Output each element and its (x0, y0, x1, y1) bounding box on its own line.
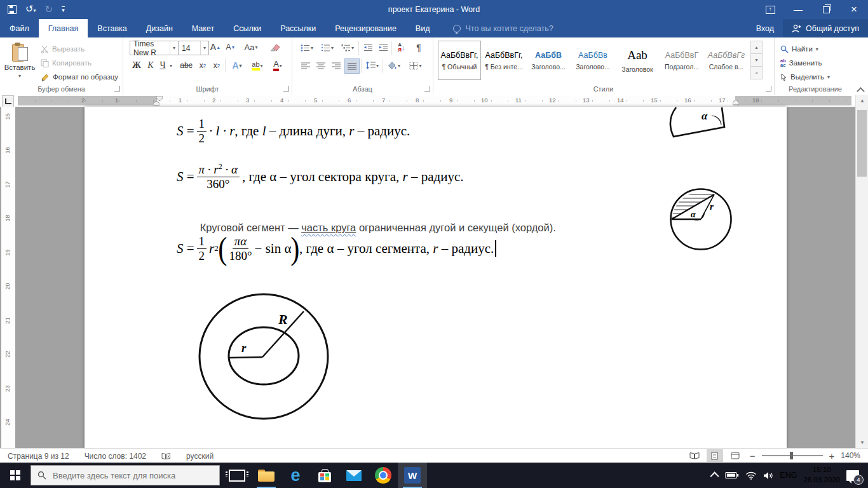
volume-icon[interactable] (763, 471, 773, 480)
styles-scroll-down[interactable]: ▼ (750, 53, 763, 67)
decrease-indent-button[interactable] (361, 41, 375, 55)
minimize-button[interactable]: — (784, 0, 812, 19)
zoom-level[interactable]: 140% (841, 451, 865, 460)
subscript-button[interactable]: x2 (196, 58, 210, 72)
tab-file[interactable]: Файл (0, 19, 39, 37)
select-button[interactable]: Выделить▾ (780, 71, 830, 83)
tab-references[interactable]: Ссылки (224, 19, 271, 37)
wifi-icon[interactable] (745, 471, 757, 480)
document-page[interactable]: S = 12 · l · r , где l – длина дуги, r –… (85, 107, 787, 448)
start-button[interactable] (0, 463, 31, 488)
cut-button[interactable]: Вырезать (41, 43, 85, 55)
justify-button[interactable] (344, 58, 360, 74)
styles-dialog-launcher[interactable] (766, 86, 771, 92)
first-line-indent-marker[interactable] (156, 96, 163, 101)
strikethrough-button[interactable]: abc (178, 58, 194, 72)
zoom-in-button[interactable]: + (827, 451, 837, 461)
battery-icon[interactable] (725, 471, 739, 479)
zoom-slider-thumb[interactable] (790, 452, 793, 459)
shrink-font-button[interactable]: А▼ (224, 40, 238, 54)
task-view-button[interactable] (222, 463, 252, 488)
tab-layout[interactable]: Макет (182, 19, 224, 37)
ribbon-display-options-button[interactable]: ↑ (756, 0, 784, 19)
edge-button[interactable]: e (281, 463, 310, 488)
line-spacing-button[interactable]: ▾ (363, 58, 381, 72)
tab-design[interactable]: Дизайн (137, 19, 182, 37)
style-no-spacing[interactable]: АаБбВвГг, ¶ Без инте... (482, 41, 526, 80)
style-heading2[interactable]: АаБбВв Заголово... (571, 41, 614, 80)
tab-insert[interactable]: Вставка (88, 19, 136, 37)
close-button[interactable]: × (840, 0, 868, 19)
keyboard-language[interactable]: ENG (780, 471, 797, 480)
tray-expand-chevron[interactable] (712, 472, 719, 478)
increase-indent-button[interactable] (376, 41, 390, 55)
numbering-button[interactable]: ▾ (319, 41, 336, 55)
mail-button[interactable] (339, 463, 369, 488)
underline-button[interactable]: Ч (158, 58, 168, 72)
multilevel-list-button[interactable]: ▾ (339, 41, 356, 55)
language-indicator[interactable]: русский (179, 452, 221, 461)
align-left-button[interactable] (299, 58, 313, 72)
print-layout-button[interactable] (707, 449, 723, 462)
tab-view[interactable]: Вид (406, 19, 440, 37)
style-subtle-emphasis[interactable]: АаБбВвГг Слабое в... (705, 41, 748, 80)
horizontal-ruler[interactable]: 2 1 1 2 3 4 5 6 7 8 9 10 11 12 13 14 15 … (18, 96, 851, 105)
font-dialog-launcher[interactable] (283, 86, 289, 92)
highlight-color-button[interactable]: ab▾ (248, 58, 267, 72)
font-name-combo[interactable]: Times New R▾ (130, 41, 179, 55)
paste-dropdown-arrow[interactable]: ▾ (18, 73, 21, 79)
format-painter-button[interactable]: Формат по образцу (41, 71, 118, 83)
show-marks-button[interactable]: ¶ (412, 41, 426, 55)
shading-button[interactable]: ▾ (385, 58, 403, 72)
search-input[interactable] (51, 470, 207, 481)
align-center-button[interactable] (314, 58, 328, 72)
word-count[interactable]: Число слов: 1402 (77, 452, 154, 461)
change-case-button[interactable]: Aa▾ (241, 40, 261, 54)
style-normal[interactable]: АаБбВвГг, ¶ Обычный (438, 41, 481, 80)
read-mode-button[interactable] (686, 449, 703, 462)
left-indent-marker[interactable] (153, 101, 159, 105)
clipboard-dialog-launcher[interactable] (114, 86, 120, 92)
text-effects-button[interactable]: А▾ (229, 58, 245, 72)
tell-me-box[interactable]: Что вы хотите сделать? (453, 19, 553, 37)
zoom-slider[interactable] (762, 455, 823, 456)
word-taskbar-button[interactable]: W (398, 463, 427, 488)
action-center-button[interactable]: 4 (846, 470, 859, 481)
font-color-button[interactable]: А▾ (269, 58, 286, 72)
page-indicator[interactable]: Страница 9 из 12 (0, 452, 77, 461)
font-size-combo[interactable]: 14▾ (178, 41, 209, 55)
vertical-scrollbar[interactable]: ▲ ▼ (855, 95, 868, 448)
grow-font-button[interactable]: А▲ (208, 40, 222, 54)
style-title[interactable]: Aab Заголовок (616, 41, 659, 80)
sort-button[interactable]: АЯ ↓ (394, 41, 409, 55)
paragraph-dialog-launcher[interactable] (424, 86, 430, 92)
styles-gallery-more[interactable]: ≡ (750, 66, 763, 79)
zoom-out-button[interactable]: − (747, 451, 758, 461)
align-right-button[interactable] (329, 58, 343, 72)
vertical-ruler[interactable]: 15 16 17 18 19 20 21 22 23 24 (1, 107, 15, 448)
tab-mailings[interactable]: Рассылки (271, 19, 325, 37)
store-button[interactable] (310, 463, 339, 488)
superscript-button[interactable]: x2 (210, 58, 224, 72)
right-indent-marker[interactable] (733, 100, 739, 105)
web-layout-button[interactable] (727, 449, 743, 462)
proofing-status[interactable] (154, 452, 179, 460)
styles-scroll-up[interactable]: ▲ (750, 41, 763, 54)
tab-review[interactable]: Рецензирование (325, 19, 406, 37)
underline-dropdown[interactable]: ▾ (168, 58, 174, 72)
scroll-up-arrow[interactable]: ▲ (856, 95, 868, 106)
italic-button[interactable]: К (144, 58, 158, 72)
restore-button[interactable] (812, 0, 840, 19)
bold-button[interactable]: Ж (130, 58, 144, 72)
taskbar-search[interactable] (31, 465, 220, 485)
file-explorer-button[interactable] (252, 463, 281, 488)
clock[interactable]: 15:10 26.03.2020 (803, 465, 840, 485)
style-subtitle[interactable]: АаБбВвГ Подзагол... (660, 41, 703, 80)
chrome-button[interactable] (369, 463, 398, 488)
borders-button[interactable]: ▾ (407, 58, 424, 72)
scroll-down-arrow[interactable]: ▼ (856, 437, 868, 448)
scrollbar-thumb[interactable] (857, 110, 867, 177)
copy-button[interactable]: Копировать (41, 57, 92, 69)
sign-in-button[interactable]: Вход (747, 19, 783, 37)
style-heading1[interactable]: АаБбВ Заголово... (527, 41, 570, 80)
